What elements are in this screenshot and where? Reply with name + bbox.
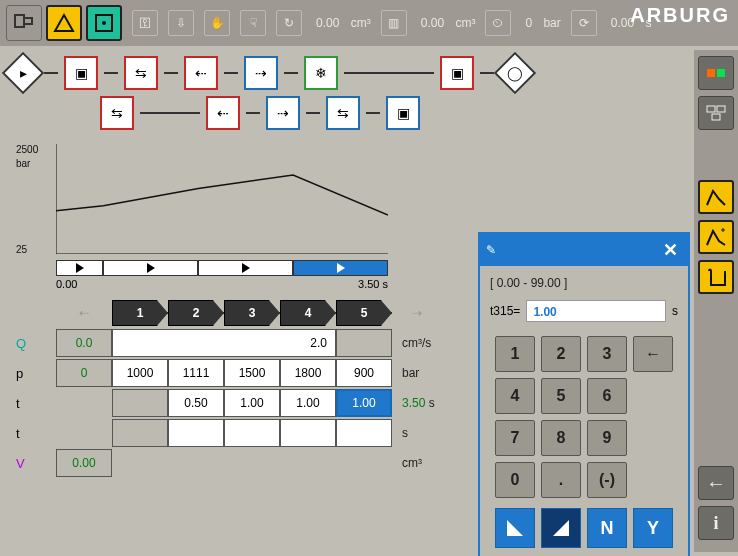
p-cell-1[interactable]: 1000	[112, 359, 168, 387]
layout-icon[interactable]	[698, 96, 734, 130]
stage-flag-row: ⇠ 1 2 3 4 5 ⇢	[10, 298, 460, 328]
key-1[interactable]: 1	[495, 336, 535, 372]
t1-cell-4[interactable]: 1.00	[280, 389, 336, 417]
svg-rect-7	[712, 114, 720, 120]
cycle-icon[interactable]: ↻	[276, 10, 302, 36]
keypad-value-field[interactable]: 1.00	[526, 300, 666, 322]
keypad-unit: s	[672, 304, 678, 318]
edit-icon: ✎	[486, 243, 496, 257]
x-min-label: 0.00	[56, 278, 77, 290]
pressure-chart	[56, 144, 436, 274]
key-yes[interactable]: Y	[633, 508, 673, 548]
flow-node-3[interactable]: ⇠	[184, 56, 218, 90]
row-v: V 0.00 cm³	[10, 448, 460, 478]
menu-icon[interactable]	[6, 5, 42, 41]
flow-node-10[interactable]: ▣	[386, 96, 420, 130]
hand-icon[interactable]: ☟	[240, 10, 266, 36]
svg-marker-11	[553, 520, 569, 536]
stage-4-flag[interactable]: 4	[280, 300, 336, 326]
back-icon[interactable]: ←	[698, 466, 734, 500]
process-flow: ▸ ▣ ⇆ ⇠ ⇢ ❄ ▣ ◯ ⇆ ⇠ ⇢ ⇆ ▣	[0, 50, 694, 138]
t1-cell-5-selected[interactable]: 1.00	[336, 389, 392, 417]
t2-label: t	[10, 426, 56, 441]
key-triangle-left[interactable]	[495, 508, 535, 548]
flow-node-1[interactable]: ▣	[64, 56, 98, 90]
flow-node-2[interactable]: ⇆	[124, 56, 158, 90]
gauge-icon[interactable]: ⏲	[485, 10, 511, 36]
q-main-cell[interactable]: 2.0	[112, 329, 336, 357]
p-cell-4[interactable]: 1800	[280, 359, 336, 387]
tool-icon[interactable]: ✋	[204, 10, 230, 36]
key-9[interactable]: 9	[587, 420, 627, 456]
key-dot[interactable]: .	[541, 462, 581, 498]
key-3[interactable]: 3	[587, 336, 627, 372]
x-max-label: 3.50	[358, 278, 379, 290]
q-left-cell[interactable]: 0.0	[56, 329, 112, 357]
p-cell-2[interactable]: 1111	[168, 359, 224, 387]
row-p: p 0 1000 1111 1500 1800 900 bar	[10, 358, 460, 388]
info-icon[interactable]: i	[698, 506, 734, 540]
p-label: p	[10, 366, 56, 381]
stage-2-flag[interactable]: 2	[168, 300, 224, 326]
flow-node-9[interactable]: ⇆	[326, 96, 360, 130]
svg-marker-10	[507, 520, 523, 536]
stage-1-flag[interactable]: 1	[112, 300, 168, 326]
close-icon[interactable]: ✕	[658, 238, 682, 262]
flow-node-6[interactable]: ⇆	[100, 96, 134, 130]
t2-cell-4[interactable]	[280, 419, 336, 447]
top-toolbar: ⚿ ⇩ ✋ ☟ ↻ 0.00 cm³ ▥ 0.00 cm³ ⏲ 0 bar ⟳ …	[0, 0, 738, 46]
key-triangle-right[interactable]	[541, 508, 581, 548]
flow-node-5[interactable]: ▣	[440, 56, 474, 90]
y-unit-label: bar	[16, 158, 30, 169]
key-4[interactable]: 4	[495, 378, 535, 414]
workspace: ▸ ▣ ⇆ ⇠ ⇢ ❄ ▣ ◯ ⇆ ⇠ ⇢ ⇆ ▣	[0, 50, 694, 556]
t1-cell-3[interactable]: 1.00	[224, 389, 280, 417]
pressure-icon[interactable]: ▥	[381, 10, 407, 36]
curve-a-icon[interactable]	[698, 180, 734, 214]
numeric-keypad: ✎ ✕ [ 0.00 - 99.00 ] t315= 1.00 s 1 2 3 …	[478, 232, 690, 556]
flow-node-8[interactable]: ⇢	[266, 96, 300, 130]
p-left-cell[interactable]: 0	[56, 359, 112, 387]
flow-cool-icon[interactable]: ❄	[304, 56, 338, 90]
flow-start-icon[interactable]: ▸	[2, 52, 44, 94]
key-no[interactable]: N	[587, 508, 627, 548]
key-neg[interactable]: (-)	[587, 462, 627, 498]
key-5[interactable]: 5	[541, 378, 581, 414]
t2-cell-3[interactable]	[224, 419, 280, 447]
status-readout-2: 0.00 cm³	[421, 16, 476, 30]
key-7[interactable]: 7	[495, 420, 535, 456]
flow-node-4[interactable]: ⇢	[244, 56, 278, 90]
t1-cell-2[interactable]: 0.50	[168, 389, 224, 417]
y-max-label: 2500	[16, 144, 38, 155]
flow-stop-icon[interactable]: ◯	[494, 52, 536, 94]
key-8[interactable]: 8	[541, 420, 581, 456]
v-left-cell[interactable]: 0.00	[56, 449, 112, 477]
chart-zone: 2500 bar 25 0.00 3.50 s	[0, 138, 470, 294]
q-unit: cm³/s	[392, 336, 442, 350]
svg-rect-6	[717, 106, 725, 112]
download-icon[interactable]: ⇩	[168, 10, 194, 36]
p-cell-5[interactable]: 900	[336, 359, 392, 387]
key-2[interactable]: 2	[541, 336, 581, 372]
t2-unit: s	[392, 426, 442, 440]
stage-5-flag[interactable]: 5	[336, 300, 392, 326]
t2-cell-2[interactable]	[168, 419, 224, 447]
key-6[interactable]: 6	[587, 378, 627, 414]
loop-icon[interactable]: ⟳	[571, 10, 597, 36]
list-icon[interactable]	[698, 260, 734, 294]
key-icon[interactable]: ⚿	[132, 10, 158, 36]
record-icon[interactable]	[86, 5, 122, 41]
stage-3-flag[interactable]: 3	[224, 300, 280, 326]
key-0[interactable]: 0	[495, 462, 535, 498]
q-label: Q	[10, 336, 56, 351]
curve-balance-icon[interactable]	[698, 220, 734, 254]
status-lights-icon[interactable]	[698, 56, 734, 90]
svg-marker-2	[55, 15, 73, 31]
flow-node-7[interactable]: ⇠	[206, 96, 240, 130]
warning-icon[interactable]	[46, 5, 82, 41]
key-backspace[interactable]: ←	[633, 336, 673, 372]
p-cell-3[interactable]: 1500	[224, 359, 280, 387]
row-t2: t s	[10, 418, 460, 448]
keypad-range: [ 0.00 - 99.00 ]	[490, 276, 678, 290]
t2-cell-5[interactable]	[336, 419, 392, 447]
